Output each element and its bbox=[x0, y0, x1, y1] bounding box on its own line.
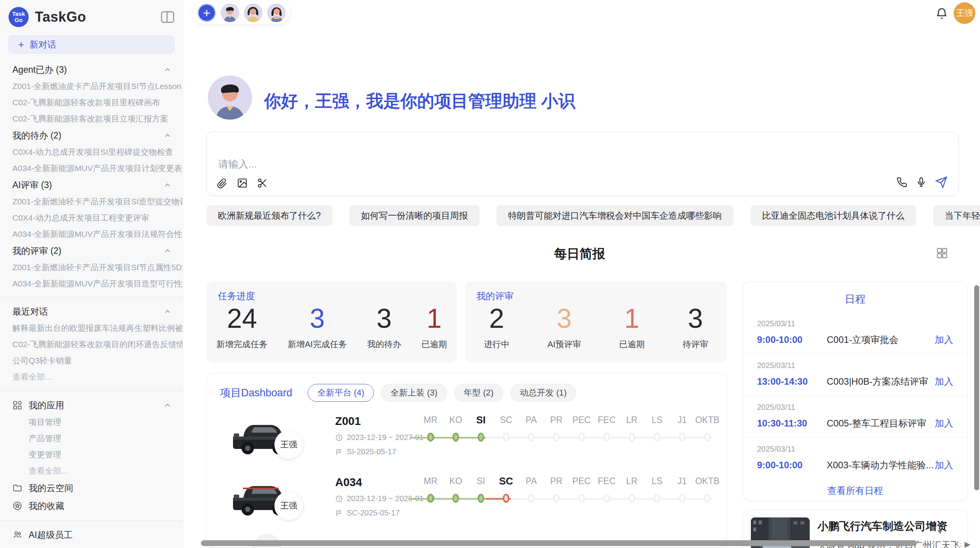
section-recent-chats[interactable]: 最近对话 bbox=[0, 303, 183, 320]
app-item-change-mgmt[interactable]: 变更管理 bbox=[0, 447, 183, 463]
send-icon[interactable] bbox=[935, 176, 947, 188]
sidebar-task-item[interactable]: A034-全新新能源MUV产品开发项目造型可行性评审 bbox=[0, 276, 183, 292]
sidebar-item-favorites[interactable]: 我的收藏 bbox=[0, 497, 183, 515]
sidebar-task-item[interactable]: Z001-全新燃油轻卡产品开发项目SI节点属性5D文件评审 bbox=[0, 259, 183, 276]
new-chat-button[interactable]: + 新对话 bbox=[9, 36, 174, 53]
user-avatar[interactable]: 王强 bbox=[954, 2, 975, 24]
recent-view-all[interactable]: 查看全部... bbox=[0, 369, 183, 385]
milestone-node[interactable] bbox=[553, 494, 560, 503]
tab-new-body[interactable]: 全新上装 (3) bbox=[381, 384, 447, 402]
chevron-up-icon[interactable] bbox=[163, 247, 172, 255]
scissors-icon[interactable] bbox=[257, 178, 268, 188]
chevron-up-icon[interactable] bbox=[163, 131, 172, 140]
suggestion-chip[interactable]: 如何写一份清晰的项目周报 bbox=[350, 205, 480, 226]
news-title[interactable]: 小鹏飞行汽车制造公司增资 bbox=[817, 519, 947, 534]
milestone-node[interactable] bbox=[427, 494, 434, 503]
avatar[interactable] bbox=[244, 3, 262, 22]
milestone-node[interactable] bbox=[679, 433, 685, 442]
schedule-item[interactable]: 2025/03/11 10:30-11:30 C005-整车工程目标评审 加入 bbox=[743, 396, 967, 437]
milestone-node[interactable] bbox=[553, 433, 560, 442]
milestone-node[interactable] bbox=[478, 433, 484, 442]
milestone-node[interactable] bbox=[629, 494, 635, 503]
milestone-node[interactable] bbox=[528, 494, 535, 503]
milestone-node[interactable] bbox=[629, 433, 635, 442]
tab-powertrain[interactable]: 动总开发 (1) bbox=[510, 384, 576, 402]
sidebar-task-item[interactable]: Z001-全新燃油轻卡产品开发项目SI造型提交物评审 bbox=[0, 194, 183, 210]
sidebar-item-my-apps[interactable]: 我的应用 bbox=[0, 396, 183, 414]
schedule-item[interactable]: 2025/03/11 9:00-10:00 X003-车辆动力学性能验... 加… bbox=[743, 437, 967, 479]
phone-icon[interactable] bbox=[896, 177, 907, 188]
join-button[interactable]: 加入 bbox=[935, 334, 953, 346]
notifications-bell-icon[interactable] bbox=[935, 7, 948, 20]
milestone-node[interactable] bbox=[427, 433, 434, 442]
milestone-node[interactable] bbox=[654, 433, 660, 442]
chat-input-card[interactable]: 请输入... bbox=[206, 132, 959, 196]
app-item-product-mgmt[interactable]: 产品管理 bbox=[0, 430, 183, 447]
vertical-scrollbar[interactable] bbox=[974, 285, 979, 490]
scroll-right-arrow-icon[interactable]: ▶ bbox=[965, 539, 970, 548]
milestone-node[interactable] bbox=[503, 494, 509, 503]
suggestion-chip[interactable]: 比亚迪全固态电池计划具体说了什么 bbox=[750, 205, 916, 226]
chat-input-placeholder[interactable]: 请输入... bbox=[218, 158, 257, 171]
app-item-project-mgmt[interactable]: 项目管理 bbox=[0, 414, 183, 430]
suggestion-chip[interactable]: 当下年轻人对汽车外观有怎样的喜好趋势 bbox=[933, 205, 980, 226]
collapse-sidebar-icon[interactable] bbox=[161, 11, 174, 23]
attachment-icon[interactable] bbox=[217, 178, 228, 188]
sidebar-task-item[interactable]: C02-飞腾新能源轻客改款项目里程碑画布 bbox=[0, 94, 183, 111]
avatar[interactable] bbox=[267, 3, 286, 22]
join-button[interactable]: 加入 bbox=[935, 459, 953, 471]
scroll-down-arrow-icon[interactable]: ▼ bbox=[937, 528, 944, 536]
image-icon[interactable] bbox=[237, 178, 248, 188]
join-button[interactable]: 加入 bbox=[935, 417, 953, 430]
tab-new-platform[interactable]: 全新平台 (4) bbox=[308, 384, 374, 402]
section-agent-done[interactable]: Agent已办 (3) bbox=[0, 61, 183, 78]
milestone-node[interactable] bbox=[704, 433, 711, 442]
schedule-item[interactable]: 2025/03/11 13:00-14:30 C003|H0B-方案冻结评审 加… bbox=[743, 354, 967, 396]
join-button[interactable]: 加入 bbox=[935, 375, 953, 388]
section-my-todo[interactable]: 我的待办 (2) bbox=[0, 127, 183, 144]
chevron-up-icon[interactable] bbox=[163, 65, 172, 74]
project-row[interactable]: 王强 A034 2023-12-19 ~ 2026-01-19 SC-2025-… bbox=[207, 473, 727, 531]
suggestion-chip[interactable]: 特朗普可能对进口汽车增税会对中国车企造成哪些影响 bbox=[497, 205, 733, 226]
tab-year-model[interactable]: 年型 (2) bbox=[454, 384, 503, 402]
sidebar-item-cloud-space[interactable]: 我的云空间 bbox=[0, 479, 183, 497]
recent-chat-item[interactable]: C02-飞腾新能源轻客改款项目的闭环通告反馈情况 bbox=[0, 336, 183, 353]
sidebar-task-item[interactable]: A034-全新新能源MUV产品开发项目法规符合性评审 bbox=[0, 226, 183, 242]
apps-view-all[interactable]: 查看全部... bbox=[0, 463, 183, 479]
milestone-node[interactable] bbox=[578, 494, 585, 503]
suggestion-chip[interactable]: 欧洲新规最近颁布了什么? bbox=[206, 205, 332, 226]
milestone-node[interactable] bbox=[578, 433, 585, 442]
milestone-node[interactable] bbox=[603, 494, 610, 503]
milestone-node[interactable] bbox=[452, 494, 459, 503]
sidebar-task-item[interactable]: C0X4-动力总成开发项目工程变更评审 bbox=[0, 210, 183, 226]
sidebar-task-item[interactable]: C02-飞腾新能源轻客改款项目立项汇报方案 bbox=[0, 111, 183, 127]
section-ai-review[interactable]: AI评审 (3) bbox=[0, 176, 183, 194]
horizontal-scrollbar[interactable] bbox=[201, 540, 917, 546]
milestone-node[interactable] bbox=[528, 433, 535, 442]
project-row[interactable]: 王强 Z001 2023-12-19 ~ 2027-01-19 SI-2025-… bbox=[207, 412, 727, 470]
view-all-schedule-link[interactable]: 查看所有日程 bbox=[743, 485, 967, 497]
milestone-node[interactable] bbox=[654, 494, 660, 503]
microphone-icon[interactable] bbox=[916, 177, 927, 188]
avatar[interactable] bbox=[221, 3, 239, 22]
milestone-node[interactable] bbox=[679, 494, 685, 503]
layout-grid-icon[interactable] bbox=[936, 247, 948, 259]
chevron-up-icon[interactable] bbox=[163, 181, 172, 189]
add-conversation-button[interactable]: + bbox=[197, 3, 216, 22]
recent-chat-item[interactable]: 公司Q3轻卡销量 bbox=[0, 353, 183, 369]
sidebar-task-item[interactable]: A034-全新新能源MUV产品开发项目计划变更表编写 bbox=[0, 160, 183, 176]
milestone-node[interactable] bbox=[704, 494, 711, 503]
sidebar-item-ai-super-staff[interactable]: AI超级员工 bbox=[0, 526, 183, 544]
section-my-review[interactable]: 我的评审 (2) bbox=[0, 242, 183, 259]
sidebar-item-help-writing[interactable]: 帮我写作 bbox=[0, 544, 183, 548]
milestone-node[interactable] bbox=[503, 433, 509, 442]
sidebar-task-item[interactable]: C0X4-动力总成开发项目SI里程碑提交物检查 bbox=[0, 144, 183, 160]
chevron-up-icon[interactable] bbox=[163, 307, 172, 316]
milestone-node[interactable] bbox=[603, 433, 610, 442]
milestone-node[interactable] bbox=[452, 433, 459, 442]
chevron-up-icon[interactable] bbox=[163, 401, 172, 409]
schedule-item[interactable]: 2025/03/11 9:00-10:00 C001-立项审批会 加入 bbox=[743, 312, 967, 354]
sidebar-task-item[interactable]: Z001-全新燃油皮卡产品开发项目SI节点Lesson Learn报告 bbox=[0, 78, 183, 94]
recent-chat-item[interactable]: 解释最新出台的欧盟报废车法规再生塑料比例被调至15%... bbox=[0, 320, 183, 336]
milestone-node[interactable] bbox=[478, 494, 484, 503]
